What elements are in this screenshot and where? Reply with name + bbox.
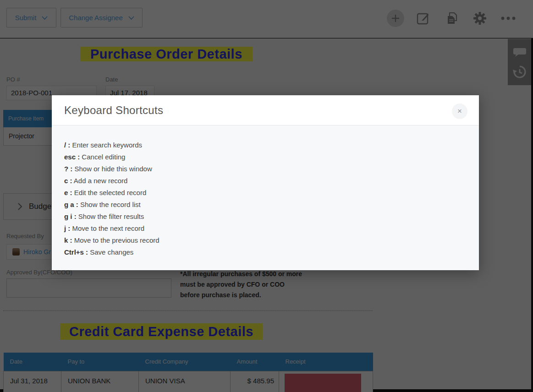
shortcut-keys: / :	[64, 141, 70, 149]
shortcut-keys: esc :	[64, 153, 80, 161]
list-item: c : Add a new record	[64, 175, 479, 187]
shortcut-keys: g i :	[64, 212, 77, 220]
keyboard-shortcuts-modal: Keyboard Shortcuts × / : Enter search ke…	[52, 95, 479, 270]
list-item: ? : Show or hide this window	[64, 163, 479, 175]
shortcut-keys: g a :	[64, 201, 78, 208]
shortcut-desc: Show the filter results	[77, 212, 144, 220]
shortcut-desc: Cancel editing	[80, 153, 125, 161]
shortcut-keys: c :	[64, 177, 72, 185]
close-icon: ×	[457, 107, 462, 116]
list-item: k : Move to the previous record	[64, 234, 479, 246]
list-item: esc : Cancel editing	[64, 151, 479, 163]
shortcut-desc: Show the record list	[78, 201, 141, 208]
list-item: / : Enter search keywords	[64, 139, 479, 151]
list-item: g i : Show the filter results	[64, 211, 479, 223]
shortcut-desc: Save changes	[88, 248, 133, 256]
shortcut-desc: Enter search keywords	[70, 141, 142, 149]
shortcut-keys: e :	[64, 189, 72, 196]
shortcut-desc: Edit the selected record	[72, 189, 147, 196]
shortcut-keys: k :	[64, 236, 72, 244]
shortcut-keys: ? :	[64, 165, 72, 173]
list-item: e : Edit the selected record	[64, 187, 479, 199]
shortcut-desc: Add a new record	[72, 177, 128, 185]
shortcut-list: / : Enter search keywords esc : Cancel e…	[52, 125, 479, 258]
modal-header: Keyboard Shortcuts	[52, 95, 479, 125]
shortcut-keys: Ctrl+s :	[64, 248, 88, 256]
shortcut-desc: Move to the previous record	[72, 236, 159, 244]
close-button[interactable]: ×	[452, 103, 467, 119]
shortcut-desc: Show or hide this window	[72, 165, 152, 173]
shortcut-keys: j :	[64, 224, 70, 232]
shortcut-desc: Move to the next record	[70, 224, 144, 232]
list-item: Ctrl+s : Save changes	[64, 246, 479, 258]
app-screen: Submit Change Assignee	[0, 0, 533, 392]
modal-title: Keyboard Shortcuts	[64, 104, 163, 117]
list-item: j : Move to the next record	[64, 223, 479, 234]
list-item: g a : Show the record list	[64, 199, 479, 211]
